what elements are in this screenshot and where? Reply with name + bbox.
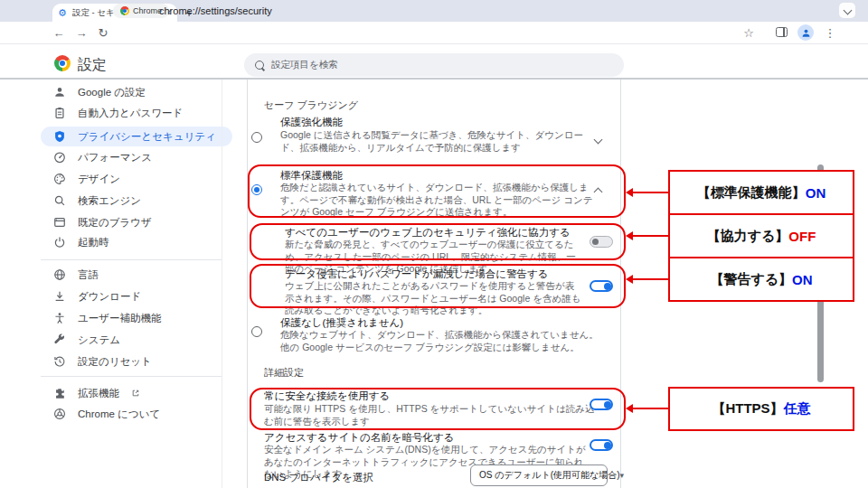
palette-icon — [53, 173, 66, 185]
secure-dns-title: アクセスするサイトの名前を暗号化する — [264, 431, 455, 445]
sidebar-item-languages[interactable]: 言語 — [41, 265, 232, 285]
accessibility-icon — [53, 312, 66, 324]
external-link-icon — [131, 389, 140, 398]
sidebar-item-default-browser[interactable]: 既定のブラウザ — [41, 212, 232, 232]
settings-search-input[interactable]: 設定項目を検索 — [244, 53, 624, 77]
browser-toolbar — [0, 22, 868, 44]
page-title: 設定 — [78, 56, 107, 75]
annotation-arrow — [633, 278, 668, 280]
more-menu-button[interactable]: ⋮ — [821, 22, 839, 43]
browser-icon — [53, 216, 66, 229]
sidebar-item-privacy-security[interactable]: プライバシーとセキュリティ — [41, 127, 232, 146]
annotation-arrow — [633, 192, 668, 193]
annotation-status: ON — [806, 185, 826, 201]
sidebar-item-label: デザイン — [78, 173, 120, 186]
annotation-status: ON — [792, 272, 813, 287]
search-placeholder: 設定項目を検索 — [271, 59, 338, 71]
side-panel-button[interactable] — [776, 27, 788, 37]
annotation-improve-security: 【協力する】OFF — [668, 213, 854, 258]
sidebar-item-on-startup[interactable]: 起動時 — [41, 232, 232, 252]
dns-provider-value: OS のデフォルト(使用可能な場合) — [479, 469, 620, 482]
section-label-safe-browsing: セーフ ブラウジング — [264, 99, 358, 112]
annotation-label: 【HTTPS】 — [712, 400, 783, 418]
puzzle-icon — [53, 387, 66, 399]
sidebar-item-extensions[interactable]: 拡張機能 — [41, 383, 232, 403]
chrome-logo-icon — [120, 6, 129, 15]
sidebar-item-appearance[interactable]: デザイン — [41, 169, 232, 189]
search-icon — [53, 194, 66, 207]
standard-protection-title: 標準保護機能 — [280, 169, 343, 183]
secure-dns-toggle[interactable] — [590, 439, 613, 451]
wrench-icon — [53, 333, 66, 346]
sidebar-item-label: 言語 — [78, 268, 99, 282]
sidebar-item-system[interactable]: システム — [41, 330, 232, 350]
shield-icon — [53, 130, 66, 143]
globe-icon — [53, 268, 66, 281]
back-button[interactable]: ← — [50, 22, 68, 43]
card-left-border — [247, 80, 248, 488]
sidebar-item-label: Google の設定 — [78, 86, 146, 99]
chevron-up-icon[interactable] — [594, 188, 603, 197]
annotation-https: 【HTTPS】任意 — [668, 387, 854, 431]
card-right-border — [620, 80, 621, 488]
sidebar-divider — [41, 376, 222, 377]
sidebar-item-reset[interactable]: 設定のリセット — [41, 352, 232, 371]
chevron-down-icon[interactable] — [594, 136, 603, 145]
clipboard-icon — [53, 107, 66, 119]
sidebar-item-label: パフォーマンス — [78, 151, 152, 164]
search-icon — [255, 61, 264, 70]
sidebar-item-label: 自動入力とパスワード — [78, 107, 183, 120]
header-divider — [0, 78, 868, 80]
speedometer-icon — [53, 151, 66, 164]
dns-provider-select[interactable]: OS のデフォルト(使用可能な場合) ▾ — [470, 465, 608, 486]
sidebar-item-accessibility[interactable]: ユーザー補助機能 — [41, 308, 232, 328]
sidebar-item-label: 拡張機能 — [78, 387, 119, 400]
no-protection-radio[interactable] — [251, 326, 262, 337]
enhanced-protection-title: 保護強化機能 — [280, 116, 343, 129]
person-icon — [53, 86, 66, 99]
annotation-label: 【警告する】 — [710, 271, 792, 288]
sidebar-item-search-engine[interactable]: 検索エンジン — [41, 191, 232, 211]
password-warning-desc: ウェブ上に公開されたことがあるパスワードを使用すると警告が表示されます。その際、… — [285, 280, 583, 317]
sidebar-item-label: プライバシーとセキュリティ — [78, 130, 216, 144]
power-icon — [53, 236, 66, 249]
sidebar-item-label: 検索エンジン — [78, 194, 141, 208]
annotation-status: OFF — [788, 229, 816, 244]
address-bar[interactable]: chrome://settings/security — [159, 5, 272, 16]
sidebar-item-autofill[interactable]: 自動入力とパスワード — [41, 103, 232, 123]
bookmark-star-icon[interactable]: ☆ — [740, 22, 758, 43]
enhanced-protection-desc: Google に送信される閲覧データに基づき、危険なサイト、ダウンロード、拡張機… — [280, 129, 586, 154]
forward-button[interactable]: → — [72, 22, 90, 43]
password-warning-title: データ侵害によりパスワードが漏洩した場合に警告する — [285, 267, 549, 281]
sidebar-item-performance[interactable]: パフォーマンス — [41, 147, 232, 167]
annotation-arrow — [633, 235, 668, 237]
improve-security-toggle[interactable] — [590, 236, 613, 248]
no-protection-title: 保護なし(推奨されません) — [280, 316, 403, 330]
improve-security-title: すべてのユーザーのウェブ上のセキュリティ強化に協力する — [285, 226, 571, 239]
sidebar-item-google-settings[interactable]: Google の設定 — [41, 82, 232, 102]
annotation-label: 【標準保護機能】 — [697, 184, 806, 202]
https-only-title: 常に安全な接続を使用する — [264, 389, 390, 403]
sidebar-item-about-chrome[interactable]: Chrome について — [41, 404, 232, 424]
annotation-standard-protection: 【標準保護機能】ON — [668, 170, 854, 215]
section-label-advanced: 詳細設定 — [264, 366, 304, 380]
profile-avatar[interactable] — [797, 24, 814, 41]
sidebar-item-label: システム — [78, 333, 120, 347]
sidebar-item-downloads[interactable]: ダウンロード — [41, 286, 232, 306]
password-warning-toggle[interactable] — [590, 280, 613, 292]
annotation-status: 任意 — [784, 400, 811, 418]
annotation-arrow — [633, 408, 668, 409]
https-only-toggle[interactable] — [590, 399, 613, 410]
dropdown-caret-icon: ▾ — [620, 471, 625, 480]
standard-protection-radio[interactable] — [251, 184, 262, 195]
dns-provider-label: DNS プロバイダを選択 — [264, 471, 373, 484]
chevron-down-icon — [843, 6, 852, 15]
tab-search-button[interactable] — [839, 3, 855, 18]
enhanced-protection-radio[interactable] — [251, 132, 262, 143]
sidebar-item-label: 既定のブラウザ — [78, 216, 152, 230]
person-icon — [801, 28, 811, 38]
reload-button[interactable]: ↻ — [94, 22, 112, 43]
no-protection-desc: 危険なウェブサイト、ダウンロード、拡張機能から保護されていません。他の Goog… — [280, 329, 602, 353]
chrome-icon — [53, 408, 66, 420]
standard-protection-desc: 危険だと認識されているサイト、ダウンロード、拡張機能から保護します。ページで不審… — [280, 182, 595, 219]
